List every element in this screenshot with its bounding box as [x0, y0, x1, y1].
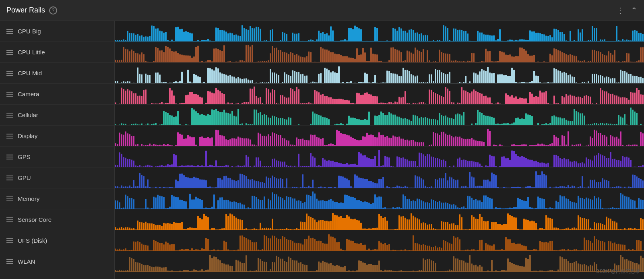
chart-canvas-wlan: [115, 251, 644, 272]
sidebar-item-gps[interactable]: GPS: [0, 147, 114, 167]
content: CPU BigCPU LittleCPU MidCameraCellularDi…: [0, 21, 644, 279]
hamburger-icon: [6, 29, 13, 34]
sidebar-label: CPU Big: [18, 28, 41, 35]
chart-row-cpu-big: [115, 21, 644, 42]
sidebar-item-ufs-(disk)[interactable]: UFS (Disk): [0, 230, 114, 251]
page-title: Power Rails: [6, 6, 45, 14]
chart-canvas-cpu-little: [115, 42, 644, 63]
hamburger-icon: [6, 217, 13, 222]
chart-row-ufs-(disk): [115, 230, 644, 251]
chart-row-gpu: [115, 167, 644, 188]
sidebar-label: CPU Little: [18, 49, 45, 56]
sidebar-label: Camera: [18, 91, 39, 97]
chart-row-camera: [115, 84, 644, 105]
chart-canvas-ufs-(disk): [115, 230, 644, 251]
sidebar-item-memory[interactable]: Memory: [0, 188, 114, 209]
sidebar-item-cpu-mid[interactable]: CPU Mid: [0, 63, 114, 84]
chart-row-memory: [115, 188, 644, 209]
sidebar-label: GPU: [18, 174, 31, 181]
sidebar-label: CPU Mid: [18, 70, 42, 76]
hamburger-icon: [6, 113, 13, 118]
chart-canvas-cpu-mid: [115, 63, 644, 84]
chart-canvas-gpu: [115, 167, 644, 188]
chart-canvas-gps: [115, 147, 644, 167]
sidebar-item-wlan[interactable]: WLAN: [0, 251, 114, 272]
hamburger-icon: [6, 155, 13, 159]
chart-canvas-memory: [115, 188, 644, 209]
chart-row-cpu-little: [115, 42, 644, 63]
chart-row-gps: [115, 147, 644, 167]
hamburger-icon: [6, 196, 13, 201]
sidebar: CPU BigCPU LittleCPU MidCameraCellularDi…: [0, 21, 115, 279]
chart-row-wlan: [115, 251, 644, 272]
sidebar-label: Sensor Core: [18, 216, 52, 223]
chart-canvas-cpu-big: [115, 21, 644, 42]
sidebar-label: UFS (Disk): [18, 237, 47, 244]
hamburger-icon: [6, 176, 13, 180]
help-icon[interactable]: ?: [49, 6, 57, 14]
sidebar-label: Memory: [18, 195, 39, 202]
hamburger-icon: [6, 238, 13, 243]
hamburger-icon: [6, 50, 13, 55]
sidebar-item-gpu[interactable]: GPU: [0, 167, 114, 188]
hamburger-icon: [6, 92, 13, 97]
header-right: ⋮ ⌃: [616, 6, 638, 15]
sidebar-label: Display: [18, 132, 37, 139]
charts-area: [115, 21, 644, 279]
collapse-icon[interactable]: ⌃: [631, 6, 638, 15]
sidebar-item-display[interactable]: Display: [0, 126, 114, 147]
hamburger-icon: [6, 134, 13, 138]
sidebar-item-sensor-core[interactable]: Sensor Core: [0, 209, 114, 230]
chart-row-sensor-core: [115, 209, 644, 230]
sidebar-item-cpu-little[interactable]: CPU Little: [0, 42, 114, 63]
sidebar-label: GPS: [18, 153, 31, 160]
hamburger-icon: [6, 71, 13, 76]
chart-canvas-display: [115, 126, 644, 147]
chart-row-display: [115, 126, 644, 147]
hamburger-icon: [6, 259, 13, 264]
chart-canvas-cellular: [115, 105, 644, 126]
watermark: CSDN @内核沉思录: [596, 268, 640, 275]
sidebar-item-cpu-big[interactable]: CPU Big: [0, 21, 114, 42]
chart-canvas-camera: [115, 84, 644, 105]
header: Power Rails ? ⋮ ⌃: [0, 0, 644, 21]
chart-row-cellular: [115, 105, 644, 126]
sidebar-item-camera[interactable]: Camera: [0, 84, 114, 105]
chart-canvas-sensor-core: [115, 209, 644, 230]
header-left: Power Rails ?: [6, 6, 57, 14]
chart-row-cpu-mid: [115, 63, 644, 84]
more-icon[interactable]: ⋮: [616, 6, 624, 15]
sidebar-item-cellular[interactable]: Cellular: [0, 105, 114, 126]
sidebar-label: Cellular: [18, 112, 38, 118]
sidebar-label: WLAN: [18, 258, 35, 265]
